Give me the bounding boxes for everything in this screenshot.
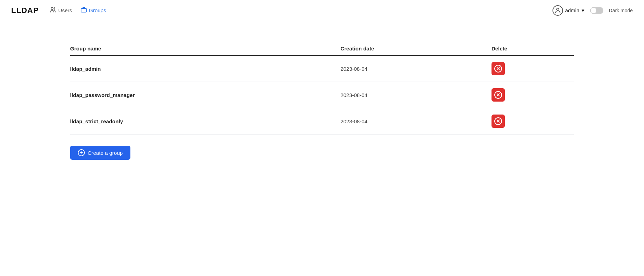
delete-x-icon: ✕ (494, 65, 502, 73)
creation-date-cell: 2023-08-04 (340, 82, 492, 108)
table-row: lldap_password_manager2023-08-04 ✕ (70, 82, 574, 108)
svg-point-0 (51, 7, 53, 9)
creation-date: 2023-08-04 (340, 92, 367, 98)
dark-mode-label: Dark mode (609, 8, 633, 13)
admin-menu-button[interactable]: admin ▾ (553, 5, 584, 16)
main-content: Group name Creation date Delete lldap_ad… (0, 21, 644, 181)
table-header-row: Group name Creation date Delete (70, 42, 574, 55)
groups-label: Groups (89, 7, 106, 13)
brand-logo: LLDAP (11, 6, 39, 15)
creation-date-cell: 2023-08-04 (340, 108, 492, 134)
delete-button[interactable]: ✕ (492, 115, 505, 128)
group-name-cell: lldap_password_manager (70, 82, 340, 108)
groups-icon (81, 7, 87, 14)
nav-item-users[interactable]: Users (50, 7, 72, 14)
group-name: lldap_password_manager (70, 92, 135, 98)
chevron-down-icon: ▾ (582, 7, 584, 14)
users-icon (50, 7, 56, 14)
creation-date: 2023-08-04 (340, 118, 367, 124)
dark-mode-toggle[interactable] (590, 7, 603, 14)
delete-button[interactable]: ✕ (492, 88, 505, 102)
navbar: LLDAP Users Groups (0, 0, 644, 21)
col-header-creation-date: Creation date (340, 42, 492, 55)
col-header-delete: Delete (492, 42, 574, 55)
delete-button[interactable]: ✕ (492, 62, 505, 75)
nav-item-groups[interactable]: Groups (81, 7, 106, 14)
group-name: lldap_admin (70, 66, 101, 72)
admin-label: admin (565, 7, 579, 13)
table-row: lldap_admin2023-08-04 ✕ (70, 55, 574, 82)
group-name-cell: lldap_admin (70, 55, 340, 82)
avatar (553, 5, 563, 16)
delete-x-icon: ✕ (494, 117, 502, 125)
users-label: Users (58, 7, 72, 13)
navbar-right: admin ▾ Dark mode (553, 5, 633, 16)
group-name-cell: lldap_strict_readonly (70, 108, 340, 134)
svg-point-2 (556, 8, 559, 11)
creation-date-cell: 2023-08-04 (340, 55, 492, 82)
svg-rect-1 (81, 8, 86, 12)
group-name: lldap_strict_readonly (70, 118, 123, 124)
creation-date: 2023-08-04 (340, 66, 367, 72)
nav-links: Users Groups (50, 7, 552, 14)
delete-x-icon: ✕ (494, 91, 502, 99)
plus-circle-icon: + (78, 149, 85, 156)
delete-cell: ✕ (492, 82, 574, 108)
delete-cell: ✕ (492, 55, 574, 82)
table-row: lldap_strict_readonly2023-08-04 ✕ (70, 108, 574, 134)
groups-table: Group name Creation date Delete lldap_ad… (70, 42, 574, 134)
delete-cell: ✕ (492, 108, 574, 134)
create-group-button[interactable]: + Create a group (70, 146, 130, 160)
create-group-label: Create a group (88, 150, 123, 156)
col-header-group-name: Group name (70, 42, 340, 55)
